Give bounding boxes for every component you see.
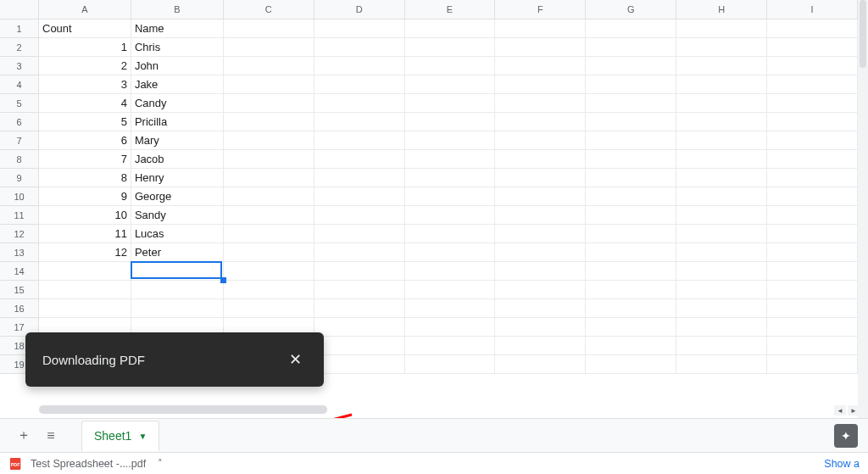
cell[interactable]: George	[131, 187, 224, 206]
horizontal-scrollbar[interactable]	[39, 405, 327, 414]
cell[interactable]	[405, 243, 496, 262]
cell[interactable]	[495, 150, 586, 169]
cell[interactable]	[314, 113, 405, 131]
cell[interactable]	[405, 206, 496, 225]
cell[interactable]	[676, 169, 767, 187]
cell[interactable]	[767, 131, 858, 150]
cell[interactable]	[676, 337, 767, 355]
cell[interactable]: Candy	[131, 94, 224, 113]
cell[interactable]	[495, 206, 586, 225]
row-header[interactable]: 12	[0, 225, 39, 243]
cell[interactable]	[314, 281, 405, 299]
cell[interactable]	[39, 262, 131, 281]
cell[interactable]	[586, 281, 676, 299]
column-header-e[interactable]: E	[405, 0, 496, 20]
cell[interactable]	[676, 262, 767, 281]
row-header[interactable]: 13	[0, 243, 39, 262]
cell[interactable]	[405, 150, 496, 169]
cell[interactable]	[767, 75, 858, 94]
cell[interactable]	[405, 281, 496, 299]
row-header[interactable]: 6	[0, 113, 39, 131]
cell[interactable]	[586, 75, 676, 94]
download-menu-chevron[interactable]: ˄	[154, 454, 166, 472]
cell[interactable]	[224, 38, 314, 57]
column-header-g[interactable]: G	[586, 0, 676, 20]
cell[interactable]	[767, 150, 858, 169]
cell[interactable]	[586, 94, 676, 113]
cell[interactable]	[224, 169, 314, 187]
cell[interactable]	[314, 225, 405, 243]
row-header[interactable]: 10	[0, 187, 39, 206]
cell[interactable]	[495, 113, 586, 131]
close-icon[interactable]: ✕	[284, 345, 307, 374]
cell[interactable]	[676, 355, 767, 374]
cell[interactable]: 8	[39, 169, 131, 187]
cell[interactable]	[224, 20, 314, 38]
cell[interactable]	[314, 337, 405, 355]
all-sheets-button[interactable]: ≡	[37, 422, 64, 449]
cell[interactable]	[495, 337, 586, 355]
cell[interactable]	[495, 75, 586, 94]
cell[interactable]	[495, 262, 586, 281]
row-header[interactable]: 3	[0, 57, 39, 75]
cell[interactable]: Count	[39, 20, 131, 38]
cell[interactable]	[405, 337, 496, 355]
cell[interactable]	[767, 57, 858, 75]
cell[interactable]	[224, 113, 314, 131]
cell[interactable]	[767, 20, 858, 38]
cell[interactable]	[314, 150, 405, 169]
cell[interactable]: Lucas	[131, 225, 224, 243]
show-all-downloads[interactable]: Show a	[824, 458, 860, 470]
column-header-d[interactable]: D	[314, 0, 405, 20]
sheet-tab[interactable]: Sheet1 ▼	[81, 421, 159, 451]
cell[interactable]	[39, 299, 131, 318]
cell[interactable]	[676, 225, 767, 243]
row-header[interactable]: 1	[0, 20, 39, 38]
cell[interactable]	[676, 113, 767, 131]
cell[interactable]	[314, 169, 405, 187]
cell[interactable]: Chris	[131, 38, 224, 57]
cell[interactable]	[495, 57, 586, 75]
cell[interactable]	[586, 225, 676, 243]
cell[interactable]	[224, 150, 314, 169]
cell[interactable]: Henry	[131, 169, 224, 187]
cell[interactable]	[495, 225, 586, 243]
row-header[interactable]: 16	[0, 299, 39, 318]
column-header-c[interactable]: C	[224, 0, 314, 20]
cell[interactable]: Mary	[131, 131, 224, 150]
cell[interactable]	[39, 281, 131, 299]
cell[interactable]: 12	[39, 243, 131, 262]
cell[interactable]	[767, 318, 858, 337]
row-header[interactable]: 4	[0, 75, 39, 94]
cell[interactable]	[586, 355, 676, 374]
cell[interactable]	[131, 299, 224, 318]
cell[interactable]: 10	[39, 206, 131, 225]
cell[interactable]	[495, 131, 586, 150]
cell[interactable]	[676, 150, 767, 169]
cell[interactable]	[586, 299, 676, 318]
cell[interactable]	[586, 318, 676, 337]
cell[interactable]	[314, 318, 405, 337]
cell[interactable]	[405, 94, 496, 113]
cell[interactable]: Name	[131, 20, 224, 38]
cell[interactable]	[767, 243, 858, 262]
cell[interactable]	[405, 225, 496, 243]
row-header[interactable]: 5	[0, 94, 39, 113]
cell[interactable]: John	[131, 57, 224, 75]
row-header[interactable]: 15	[0, 281, 39, 299]
cell[interactable]	[586, 337, 676, 355]
cell[interactable]: 1	[39, 38, 131, 57]
cell[interactable]	[495, 38, 586, 57]
cell[interactable]	[314, 94, 405, 113]
explore-button[interactable]: ✦	[834, 424, 858, 448]
cell[interactable]	[495, 355, 586, 374]
cell[interactable]	[676, 38, 767, 57]
cell[interactable]	[767, 94, 858, 113]
cell[interactable]	[224, 243, 314, 262]
column-header-b[interactable]: B	[131, 0, 224, 20]
add-sheet-button[interactable]: ＋	[10, 422, 37, 449]
cell[interactable]	[676, 75, 767, 94]
cell[interactable]	[767, 113, 858, 131]
cell[interactable]	[767, 225, 858, 243]
cell[interactable]	[224, 299, 314, 318]
